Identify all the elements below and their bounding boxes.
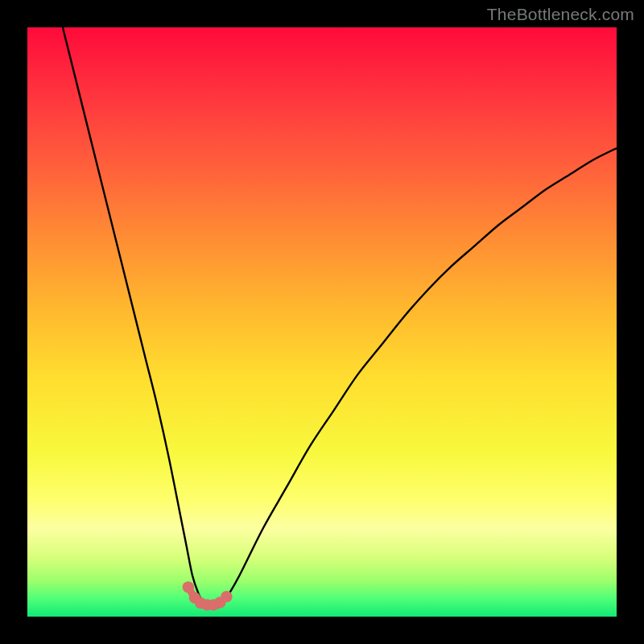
bottleneck-curve [27,27,617,617]
plot-area [27,27,617,617]
marker-dot [221,591,232,602]
marker-dot [183,581,194,592]
chart-frame: TheBottleneck.com [0,0,644,644]
watermark-text: TheBottleneck.com [487,5,634,24]
